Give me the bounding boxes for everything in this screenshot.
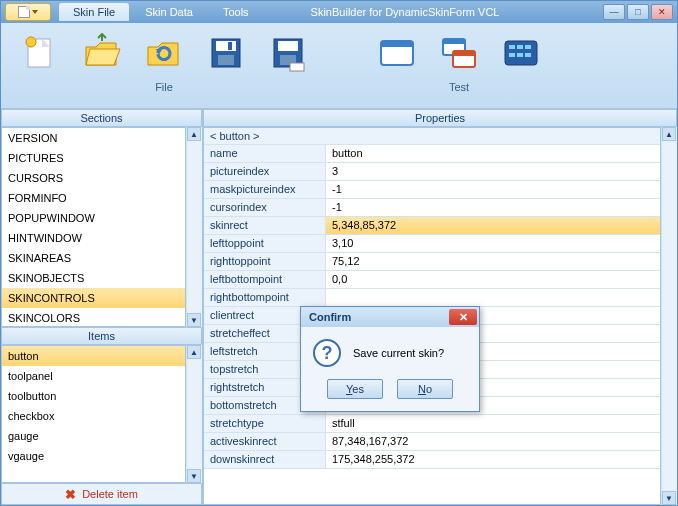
question-icon: ? [313, 339, 341, 367]
tab-tools[interactable]: Tools [209, 3, 263, 21]
list-item[interactable]: button [2, 346, 185, 366]
titlebar: Skin File Skin Data Tools SkinBuilder fo… [1, 1, 677, 23]
open-file-button[interactable] [78, 29, 126, 77]
svg-rect-15 [443, 39, 465, 44]
scroll-up-button[interactable]: ▲ [662, 127, 676, 141]
scroll-down-button[interactable]: ▼ [187, 313, 201, 327]
list-item[interactable]: gauge [2, 426, 185, 446]
refresh-icon [144, 33, 184, 73]
property-value[interactable]: 0,0 [326, 271, 660, 288]
property-row[interactable]: activeskinrect87,348,167,372 [204, 433, 660, 451]
property-value[interactable]: 3 [326, 163, 660, 180]
property-name: stretchtype [204, 415, 326, 432]
svg-rect-23 [517, 53, 523, 57]
property-value[interactable]: -1 [326, 199, 660, 216]
list-item[interactable]: CURSORS [2, 168, 185, 188]
document-icon [18, 6, 30, 18]
property-value[interactable]: 3,10 [326, 235, 660, 252]
list-item[interactable]: vgauge [2, 446, 185, 466]
property-row[interactable]: stretchtypestfull [204, 415, 660, 433]
scrollbar[interactable]: ▲ ▼ [186, 345, 202, 483]
property-row[interactable]: namebutton [204, 145, 660, 163]
svg-rect-19 [509, 45, 515, 49]
property-name: skinrect [204, 217, 326, 234]
property-row[interactable]: skinrect5,348,85,372 [204, 217, 660, 235]
scroll-down-button[interactable]: ▼ [187, 469, 201, 483]
property-name: name [204, 145, 326, 162]
list-item[interactable]: SKINOBJECTS [2, 268, 185, 288]
property-value[interactable]: button [326, 145, 660, 162]
property-name: rightbottompoint [204, 289, 326, 306]
property-name: lefttoppoint [204, 235, 326, 252]
list-item[interactable]: PICTURES [2, 148, 185, 168]
list-item[interactable]: SKINCOLORS [2, 308, 185, 327]
property-value[interactable] [326, 289, 660, 306]
window-title: SkinBuilder for DynamicSkinForm VCL [311, 6, 500, 18]
list-item[interactable]: SKINAREAS [2, 248, 185, 268]
property-name: leftbottompoint [204, 271, 326, 288]
list-item[interactable]: VERSION [2, 128, 185, 148]
close-button[interactable]: ✕ [651, 4, 673, 20]
tab-skin-data[interactable]: Skin Data [131, 3, 207, 21]
scroll-up-button[interactable]: ▲ [187, 127, 201, 141]
list-item[interactable]: SKINCONTROLS [2, 288, 185, 308]
breadcrumb[interactable]: < button > [204, 128, 660, 145]
scroll-up-button[interactable]: ▲ [187, 345, 201, 359]
test-window-button[interactable] [373, 29, 421, 77]
minimize-button[interactable]: — [603, 4, 625, 20]
property-row[interactable]: lefttoppoint3,10 [204, 235, 660, 253]
delete-item-button[interactable]: ✖ Delete item [1, 483, 202, 505]
sections-header: Sections [1, 109, 202, 127]
scroll-down-button[interactable]: ▼ [662, 491, 676, 505]
property-name: downskinrect [204, 451, 326, 468]
property-name: activeskinrect [204, 433, 326, 450]
save-button[interactable] [202, 29, 250, 77]
svg-rect-22 [509, 53, 515, 57]
list-item[interactable]: toolbutton [2, 386, 185, 406]
confirm-dialog: Confirm ✕ ? Save current skin? Yes No [300, 306, 480, 412]
list-item[interactable]: toolpanel [2, 366, 185, 386]
scrollbar[interactable]: ▲ ▼ [661, 127, 677, 505]
test-controls-button[interactable] [497, 29, 545, 77]
sections-list[interactable]: VERSIONPICTURESCURSORSFORMINFOPOPUPWINDO… [1, 127, 186, 327]
dialog-close-button[interactable]: ✕ [449, 309, 477, 325]
property-value[interactable]: 175,348,255,372 [326, 451, 660, 468]
list-item[interactable]: HINTWINDOW [2, 228, 185, 248]
list-item[interactable]: checkbox [2, 406, 185, 426]
save-as-button[interactable] [264, 29, 312, 77]
tab-skin-file[interactable]: Skin File [59, 3, 129, 21]
yes-button[interactable]: Yes [327, 379, 383, 399]
property-name: righttoppoint [204, 253, 326, 270]
ribbon: File Test [1, 23, 677, 109]
property-row[interactable]: leftbottompoint0,0 [204, 271, 660, 289]
list-item[interactable]: FORMINFO [2, 188, 185, 208]
property-row[interactable]: pictureindex3 [204, 163, 660, 181]
property-value[interactable]: 87,348,167,372 [326, 433, 660, 450]
property-value[interactable]: 5,348,85,372 [326, 217, 660, 234]
list-item[interactable]: POPUPWINDOW [2, 208, 185, 228]
refresh-button[interactable] [140, 29, 188, 77]
no-button[interactable]: No [397, 379, 453, 399]
app-menu-button[interactable] [5, 3, 51, 21]
dialog-message: Save current skin? [353, 347, 444, 359]
property-value[interactable]: stfull [326, 415, 660, 432]
test-windows-button[interactable] [435, 29, 483, 77]
property-value[interactable]: -1 [326, 181, 660, 198]
property-row[interactable]: downskinrect175,348,255,372 [204, 451, 660, 469]
new-file-button[interactable] [16, 29, 64, 77]
property-row[interactable]: rightbottompoint [204, 289, 660, 307]
property-row[interactable]: righttoppoint75,12 [204, 253, 660, 271]
items-header: Items [1, 327, 202, 345]
property-value[interactable]: 75,12 [326, 253, 660, 270]
property-name: cursorindex [204, 199, 326, 216]
items-list[interactable]: buttontoolpaneltoolbuttoncheckboxgaugevg… [1, 345, 186, 483]
property-row[interactable]: maskpictureindex-1 [204, 181, 660, 199]
svg-rect-20 [517, 45, 523, 49]
scrollbar[interactable]: ▲ ▼ [186, 127, 202, 327]
save-as-icon [268, 33, 308, 73]
maximize-button[interactable]: □ [627, 4, 649, 20]
property-row[interactable]: cursorindex-1 [204, 199, 660, 217]
delete-label: Delete item [82, 488, 138, 500]
save-icon [206, 33, 246, 73]
delete-icon: ✖ [65, 487, 76, 502]
